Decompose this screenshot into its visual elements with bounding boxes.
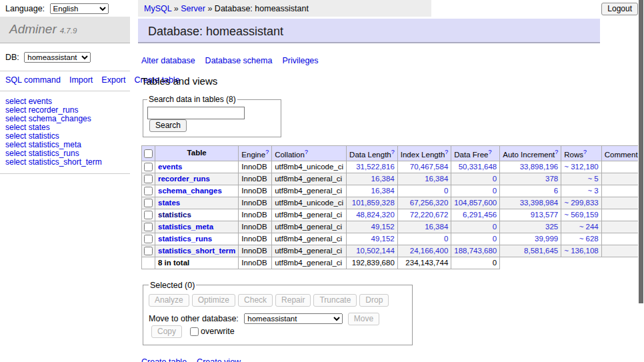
move-button[interactable]: Move <box>348 313 379 325</box>
column-label: Data Length <box>349 151 391 159</box>
copy-button[interactable]: Copy <box>151 325 182 338</box>
data-free-cell: 104,857,600 <box>451 197 500 209</box>
column-header-auto-increment: Auto Increment? <box>500 146 561 161</box>
data-free-cell: 0 <box>451 221 500 233</box>
drop-button[interactable]: Drop <box>359 294 389 307</box>
total-index-length-cell: 234,143,744 <box>397 257 451 269</box>
checkbox-cell <box>142 161 155 173</box>
select-all-cell <box>142 146 155 161</box>
table-link-statistics[interactable]: statistics <box>158 211 191 219</box>
rows-cell: ~ 136,108 <box>561 245 601 257</box>
select-all-checkbox[interactable] <box>144 149 153 158</box>
logout-button[interactable]: Logout <box>601 3 638 15</box>
breadcrumb: MySQL » Server » Database: homeassistant <box>138 0 431 17</box>
app-version: 4.7.9 <box>60 27 77 35</box>
optimize-button[interactable]: Optimize <box>192 294 235 307</box>
language-label: Language: <box>5 4 45 13</box>
language-select[interactable]: English <box>50 3 109 14</box>
table-row-recorder_runs: recorder_runsInnoDButf8mb4_general_ci16,… <box>142 173 644 185</box>
data-length-cell: 101,859,328 <box>347 197 398 209</box>
engine-cell: InnoDB <box>239 185 272 197</box>
rows-cell: ~ 299,833 <box>561 197 601 209</box>
link-alter-database[interactable]: Alter database <box>141 56 195 65</box>
table-link-events[interactable]: events <box>158 163 182 171</box>
search-fieldset: Search data in tables (8) Search <box>143 95 281 137</box>
row-checkbox-statistics_short_term[interactable] <box>144 247 153 255</box>
table-link-recorder_runs[interactable]: recorder_runs <box>158 175 210 183</box>
row-checkbox-statistics[interactable] <box>144 211 153 219</box>
link-privileges[interactable]: Privileges <box>282 56 318 65</box>
repair-button[interactable]: Repair <box>275 294 311 307</box>
search-input[interactable] <box>147 107 245 119</box>
link-database-schema[interactable]: Database schema <box>205 56 273 65</box>
row-checkbox-states[interactable] <box>144 199 153 207</box>
help-icon[interactable]: ? <box>391 149 395 155</box>
help-icon[interactable]: ? <box>488 149 491 155</box>
table-link-statistics_short_term[interactable]: statistics_short_term <box>158 247 235 255</box>
engine-cell: InnoDB <box>239 221 272 233</box>
rows-cell: ~ 5 <box>561 173 601 185</box>
sidebar-select-statistics-short-term[interactable]: select statistics_short_term <box>5 158 125 167</box>
breadcrumb-current: Database: homeassistant <box>215 4 309 13</box>
row-checkbox-statistics_meta[interactable] <box>144 223 153 231</box>
help-icon[interactable]: ? <box>555 149 558 155</box>
collation-cell: utf8mb4_general_ci <box>272 257 347 269</box>
sidebar: Language: English Adminer4.7.9 DB: homea… <box>0 0 138 174</box>
column-label: Auto Increment <box>503 151 555 159</box>
row-checkbox-recorder_runs[interactable] <box>144 175 153 183</box>
help-icon[interactable]: ? <box>265 149 269 155</box>
sidebar-action-export[interactable]: Export <box>101 75 125 85</box>
db-select[interactable]: homeassistant <box>24 52 91 63</box>
breadcrumb-link-mysql[interactable]: MySQL <box>144 4 171 13</box>
overwrite-checkbox[interactable] <box>190 327 199 336</box>
link-create-view[interactable]: Create view <box>197 357 241 362</box>
table-name-cell: states <box>155 197 239 209</box>
truncate-button[interactable]: Truncate <box>313 294 357 307</box>
breadcrumb-separator: » <box>171 4 181 13</box>
scrollbar-thumb[interactable] <box>639 0 643 303</box>
auto-increment-cell: 33,898,196 <box>500 161 561 173</box>
rows-cell: ~ 312,180 <box>561 161 601 173</box>
move-db-select[interactable]: homeassistant <box>244 313 343 324</box>
column-header-engine: Engine? <box>239 146 272 161</box>
analyze-button[interactable]: Analyze <box>149 294 189 307</box>
search-button[interactable]: Search <box>149 119 187 132</box>
data-length-cell: 16,384 <box>347 173 398 185</box>
sidebar-action-import[interactable]: Import <box>69 75 93 85</box>
table-link-states[interactable]: states <box>158 199 180 207</box>
collation-cell: utf8mb4_general_ci <box>272 209 347 221</box>
index-length-cell: 0 <box>397 185 451 197</box>
table-name-cell: events <box>155 161 239 173</box>
table-link-statistics_meta[interactable]: statistics_meta <box>158 223 213 231</box>
data-free-cell: 188,743,680 <box>451 245 500 257</box>
help-sup: ? <box>445 148 448 155</box>
selected-buttons: AnalyzeOptimizeCheckRepairTruncateDrop <box>149 294 407 307</box>
table-row-events: eventsInnoDButf8mb4_unicode_ci31,522,816… <box>142 161 644 173</box>
table-link-statistics_runs[interactable]: statistics_runs <box>158 235 212 243</box>
check-button[interactable]: Check <box>238 294 273 307</box>
row-checkbox-events[interactable] <box>144 163 153 171</box>
link-create-table[interactable]: Create table <box>141 357 187 362</box>
help-sup: ? <box>583 148 587 155</box>
column-header-table: Table <box>155 146 239 161</box>
row-checkbox-statistics_runs[interactable] <box>144 235 153 243</box>
sidebar-action-sql-command[interactable]: SQL command <box>5 75 61 85</box>
sidebar-table-list: select eventsselect recorder_runsselect … <box>0 91 130 174</box>
scrollbar-track <box>638 0 644 362</box>
column-label: Index Length <box>401 151 445 159</box>
table-link-schema_changes[interactable]: schema_changes <box>158 187 222 195</box>
data-free-cell: 0 <box>451 173 500 185</box>
help-icon[interactable]: ? <box>583 149 587 155</box>
table-name-cell: statistics_runs <box>155 233 239 245</box>
rows-cell: ~ 3 <box>561 185 601 197</box>
row-checkbox-schema_changes[interactable] <box>144 187 153 195</box>
breadcrumb-link-server[interactable]: Server <box>181 4 205 13</box>
help-icon[interactable]: ? <box>305 149 308 155</box>
help-sup: ? <box>265 148 269 155</box>
total-ghost-cell <box>500 257 644 269</box>
checkbox-cell <box>142 185 155 197</box>
column-label: Collation <box>275 151 305 159</box>
column-label: Engine <box>241 151 265 159</box>
data-length-cell: 10,502,144 <box>347 245 398 257</box>
help-icon[interactable]: ? <box>445 149 448 155</box>
